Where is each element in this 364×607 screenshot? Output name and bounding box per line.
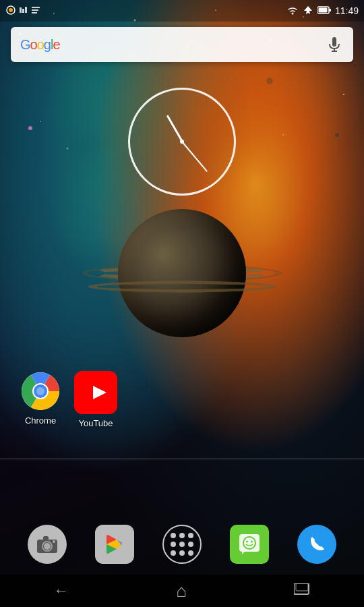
svg-rect-48 (296, 583, 308, 591)
clock-widget (128, 88, 236, 196)
apps-dot (179, 542, 185, 547)
camera-dock-icon[interactable] (27, 524, 67, 565)
svg-rect-20 (32, 7, 40, 8)
apps-dot (171, 550, 176, 556)
playstore-dock-icon[interactable] (94, 524, 135, 565)
phone-icon-bg (297, 525, 336, 564)
time-display: 11:49 (335, 5, 359, 16)
phone-dock-icon[interactable] (297, 524, 337, 565)
svg-rect-38 (43, 536, 49, 540)
airplane-icon (303, 5, 313, 17)
wifi-icon (286, 5, 299, 17)
svg-rect-27 (332, 37, 336, 47)
dock-bar (0, 514, 364, 575)
chrome-label: Chrome (25, 415, 56, 426)
clock-center-dot (180, 140, 184, 144)
svg-rect-19 (25, 7, 27, 13)
status-bar: 11:49 (0, 0, 364, 22)
youtube-app[interactable]: YouTube (74, 371, 117, 428)
planet-saturn (88, 189, 276, 337)
apps-grid-dock-icon[interactable] (162, 524, 202, 565)
battery-icon (317, 6, 331, 16)
back-button[interactable]: ← (54, 582, 69, 600)
apps-dot (188, 542, 193, 547)
saturn-body (118, 209, 246, 337)
messenger-icon-bg (230, 525, 269, 564)
camera-icon-bg (28, 525, 67, 564)
clock-face (128, 88, 236, 196)
svg-point-23 (291, 12, 293, 14)
svg-rect-25 (329, 9, 331, 11)
svg-point-46 (251, 541, 253, 543)
clock-minute-hand (181, 141, 208, 172)
recents-button[interactable] (294, 582, 310, 600)
svg-rect-22 (32, 12, 37, 13)
status-left-icons (5, 5, 40, 18)
apps-dot (179, 533, 185, 538)
apps-dot (188, 533, 193, 538)
svg-rect-26 (318, 7, 327, 12)
svg-rect-21 (32, 9, 38, 11)
clock-hour-hand (166, 115, 183, 142)
google-search-bar[interactable]: Google (11, 27, 353, 62)
svg-point-45 (246, 541, 248, 543)
playstore-icon-bg (95, 525, 134, 564)
svg-rect-17 (20, 7, 22, 13)
apps-dot (171, 542, 176, 547)
messenger-dock-icon[interactable] (229, 524, 270, 565)
saturn-ring-front (88, 281, 276, 292)
notification-icon-2 (19, 5, 28, 17)
home-apps-area: Chrome YouTube (0, 364, 364, 435)
dock-divider (0, 459, 364, 459)
chrome-icon (20, 371, 61, 411)
voice-search-button[interactable] (325, 35, 344, 54)
svg-marker-34 (93, 386, 107, 399)
youtube-label: YouTube (78, 418, 113, 428)
apps-dot (179, 550, 185, 556)
apps-dot (171, 533, 176, 538)
google-logo: Google (20, 37, 60, 53)
apps-dot (188, 550, 193, 556)
youtube-icon (74, 371, 117, 414)
status-right-icons: 11:49 (286, 5, 359, 17)
svg-point-39 (53, 540, 55, 543)
home-button[interactable]: ⌂ (176, 581, 187, 602)
svg-point-33 (36, 387, 44, 395)
svg-rect-18 (22, 9, 24, 13)
chrome-app[interactable]: Chrome (20, 371, 61, 428)
notification-icon-1 (5, 5, 16, 18)
notification-icon-3 (31, 5, 40, 17)
navigation-bar: ← ⌂ (0, 575, 364, 607)
apps-dots-grid (171, 533, 193, 556)
svg-point-16 (9, 8, 13, 12)
svg-point-37 (44, 543, 51, 550)
apps-icon-bg (162, 525, 202, 564)
